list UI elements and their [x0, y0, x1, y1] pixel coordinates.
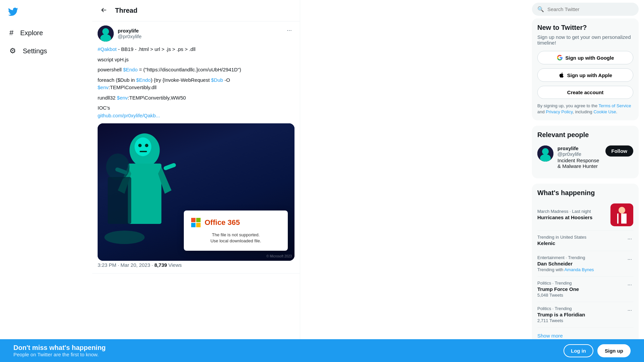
trend-more-button-5[interactable]: ···	[626, 306, 633, 315]
tweet-content: #Qakbot - BB19 - .html > url > .js > .ps…	[98, 46, 294, 119]
svg-rect-20	[196, 223, 201, 227]
trend-info-4: Politics · Trending Trump Force One 5,04…	[537, 281, 579, 298]
trend-more-button-4[interactable]: ···	[626, 281, 633, 289]
office365-card: Office 365 The file is not supported. Us…	[184, 210, 288, 251]
sidebar-item-explore-label: Explore	[20, 29, 43, 37]
banner-title: Don't miss what's happening	[13, 344, 106, 352]
svg-point-25	[619, 207, 625, 214]
trend-info-3: Entertainment · Trending Dan Schneider T…	[537, 255, 594, 272]
main-content: Thread proxylife @pr0xylife	[92, 0, 300, 362]
tweet-views-label: Views	[168, 262, 182, 268]
author-name[interactable]: proxylife	[118, 28, 142, 34]
trend-name-2[interactable]: Kelenic	[537, 240, 586, 246]
trend-sub-link-3[interactable]: Amanda Bynes	[564, 267, 594, 272]
svg-point-22	[542, 148, 549, 155]
trend-category-3: Entertainment · Trending	[537, 255, 594, 260]
banner-actions: Log in Sign up	[564, 344, 631, 357]
sidebar-item-settings[interactable]: ⚙ Settings	[4, 43, 88, 59]
sidebar-item-settings-label: Settings	[23, 47, 47, 55]
trend-category-4: Politics · Trending	[537, 281, 579, 286]
trend-name-5[interactable]: Trump is a Floridian	[537, 312, 585, 317]
tweet-image: Office 365 The file is not supported. Us…	[98, 123, 294, 261]
avatar	[98, 25, 114, 42]
mention-env-2[interactable]: $env	[117, 95, 128, 101]
trend-category-5: Politics · Trending	[537, 306, 585, 311]
trend-item-3: Entertainment · Trending Dan Schneider T…	[537, 251, 633, 277]
mention-endo-1[interactable]: $Endo	[123, 67, 138, 72]
login-button[interactable]: Log in	[564, 344, 593, 357]
sidebar-item-explore[interactable]: # Explore	[4, 24, 88, 41]
trend-info-5: Politics · Trending Trump is a Floridian…	[537, 306, 585, 323]
terms-of-service-link[interactable]: Terms of Service	[599, 103, 631, 108]
author-handle[interactable]: @pr0xylife	[118, 34, 142, 39]
relevant-person-handle[interactable]: @pr0xylife	[557, 151, 601, 157]
trend-info-1: March Madness · Last night Hurricanes at…	[537, 209, 606, 220]
tweet-header: proxylife @pr0xylife ···	[98, 25, 294, 42]
google-signup-label: Sign up with Google	[566, 55, 614, 61]
trend-sub-3: Trending with Amanda Bynes	[537, 267, 594, 272]
banner-signup-button[interactable]: Sign up	[597, 344, 631, 357]
tweet-more-button[interactable]: ···	[284, 25, 294, 35]
relevant-person: proxylife @pr0xylife Incident Response &…	[537, 141, 633, 173]
apple-signup-button[interactable]: Sign up with Apple	[537, 68, 633, 82]
trend-item-2: Trending in United States Kelenic ···	[537, 231, 633, 251]
relevant-person-info: proxylife @pr0xylife Incident Response &…	[557, 145, 601, 169]
apple-signup-label: Sign up with Apple	[567, 72, 612, 78]
relevant-people-title: Relevant people	[537, 131, 633, 139]
svg-rect-17	[191, 218, 196, 222]
relevant-people-widget: Relevant people proxylife @pr0xylife Inc…	[532, 126, 639, 178]
create-account-button[interactable]: Create account	[537, 86, 633, 99]
hashtag-icon: #	[9, 28, 13, 37]
banner-text: Don't miss what's happening People on Tw…	[13, 344, 106, 357]
trend-more-button-3[interactable]: ···	[626, 255, 633, 264]
svg-point-10	[104, 231, 145, 244]
search-bar: 🔍	[532, 0, 639, 18]
trend-category-2: Trending in United States	[537, 235, 586, 240]
mention-endo-2[interactable]: $Endo	[136, 77, 151, 83]
mention-dub[interactable]: $Dub	[211, 77, 223, 83]
back-button[interactable]	[98, 4, 110, 17]
google-signup-button[interactable]: Sign up with Google	[537, 51, 633, 64]
trend-item-5: Politics · Trending Trump is a Floridian…	[537, 302, 633, 327]
create-account-label: Create account	[567, 89, 603, 95]
privacy-policy-link[interactable]: Privacy Policy	[546, 109, 573, 114]
tweet-link[interactable]: github.com/pr0xylife/Qakb...	[98, 113, 160, 118]
left-sidebar: # Explore ⚙ Settings	[0, 0, 92, 362]
relevant-person-bio: Incident Response & Malware Hunter	[557, 158, 601, 169]
tweet-timestamp: 3:23 PM · Mar 20, 2023	[98, 262, 150, 268]
relevant-person-name[interactable]: proxylife	[557, 145, 601, 151]
cookie-use-link[interactable]: Cookie Use	[593, 109, 616, 114]
mention-env-1[interactable]: $env	[98, 84, 109, 90]
svg-point-13	[135, 137, 151, 156]
trend-image-1	[610, 203, 633, 226]
follow-button[interactable]: Follow	[605, 145, 634, 157]
thread-header: Thread	[92, 0, 300, 21]
svg-rect-5	[128, 164, 161, 224]
relevant-person-avatar	[537, 145, 553, 162]
office365-message: The file is not supported. Use local dow…	[191, 232, 281, 244]
trend-item-4: Politics · Trending Trump Force One 5,04…	[537, 277, 633, 302]
svg-rect-16	[140, 151, 147, 152]
hashtag-qakbot[interactable]: #Qakbot	[98, 46, 117, 52]
terms-text: By signing up, you agree to the Terms of…	[537, 103, 633, 115]
search-icon: 🔍	[537, 6, 544, 12]
gear-icon: ⚙	[9, 47, 16, 55]
search-input[interactable]	[547, 6, 633, 12]
whats-happening-widget: What's happening March Madness · Last ni…	[532, 184, 639, 349]
trend-name-1[interactable]: Hurricanes at Hoosiers	[537, 215, 606, 220]
tweet-views-count: 8,739	[154, 262, 167, 268]
twitter-logo[interactable]	[4, 3, 88, 22]
author-info: proxylife @pr0xylife	[118, 28, 142, 39]
trend-info-2: Trending in United States Kelenic	[537, 235, 586, 247]
banner-subtitle: People on Twitter are the first to know.	[13, 352, 106, 357]
trend-name-3[interactable]: Dan Schneider	[537, 261, 594, 266]
trend-item-1: March Madness · Last night Hurricanes at…	[537, 199, 633, 231]
copyright-text: © Microsoft 2023	[266, 254, 292, 258]
svg-point-15	[145, 144, 148, 147]
new-to-twitter-title: New to Twitter?	[537, 24, 633, 32]
trend-count-4: 5,048 Tweets	[537, 293, 579, 298]
trend-more-button-2[interactable]: ···	[626, 235, 633, 243]
office365-title: Office 365	[205, 218, 240, 227]
trend-name-4[interactable]: Trump Force One	[537, 286, 579, 292]
svg-point-14	[138, 144, 142, 147]
